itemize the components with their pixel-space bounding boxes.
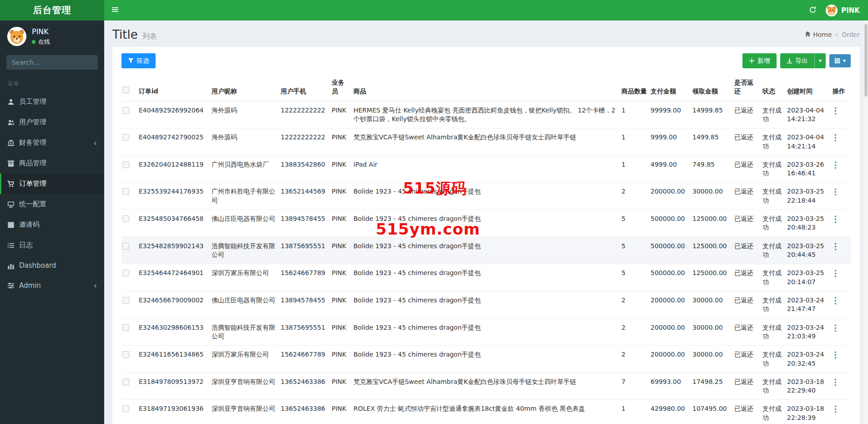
columns-view-button[interactable]: ▾ — [829, 54, 851, 67]
row-actions-icon[interactable] — [833, 215, 838, 224]
cell-nickname: 深圳万家乐有限公司 — [212, 264, 281, 291]
cell-quantity: 7 — [621, 373, 651, 400]
row-actions-icon[interactable] — [833, 160, 838, 170]
cell-returned: 已返还 — [734, 400, 762, 424]
sidebar-item-label: 商品管理 — [19, 159, 97, 168]
sidebar-item-dashboard[interactable]: Dashboard — [0, 255, 104, 276]
row-checkbox-cell — [121, 210, 139, 237]
sidebar-item-logs[interactable]: 日志 — [0, 235, 104, 255]
sidebar: 后台管理 PINK 在线 菜单 员工管理用户管理财务管理‹商品管理订单管理统一配… — [0, 0, 104, 424]
cell-status: 支付成功 — [762, 318, 787, 346]
add-button[interactable]: 新增 — [742, 53, 777, 68]
row-actions-icon[interactable] — [833, 404, 838, 414]
row-actions-icon[interactable] — [833, 296, 838, 306]
app-root: 后台管理 PINK 在线 菜单 员工管理用户管理财务管理‹商品管理订单管理统一配… — [0, 0, 868, 424]
refresh-button[interactable] — [809, 6, 817, 15]
cell-nickname: 浩腾智能科技开发有限公司 — [212, 237, 281, 264]
scrollbar-thumb[interactable] — [864, 24, 868, 97]
cell-salesperson: PINK — [332, 264, 353, 291]
cell-returned: 已返还 — [734, 373, 762, 400]
column-header-receive_amount: 领取金额 — [692, 75, 734, 101]
row-checkbox-cell — [121, 237, 139, 264]
sidebar-item-label: 员工管理 — [19, 97, 97, 106]
cell-product: iPad Air — [353, 155, 621, 183]
row-actions-icon[interactable] — [833, 106, 838, 116]
breadcrumb-home-link[interactable]: Home — [805, 31, 832, 38]
caret-down-icon: ▾ — [843, 58, 846, 63]
row-checkbox[interactable] — [122, 324, 129, 331]
row-checkbox[interactable] — [122, 351, 129, 358]
row-actions-icon[interactable] — [833, 269, 838, 278]
sidebar-toggle-button[interactable] — [104, 0, 126, 20]
cell-returned: 已返还 — [734, 210, 762, 237]
row-checkbox[interactable] — [122, 378, 129, 385]
cell-receive_amount: 1499.85 — [692, 128, 734, 156]
sidebar-item-goods[interactable]: 商品管理 — [0, 153, 104, 174]
sidebar-item-finance[interactable]: 财务管理‹ — [0, 133, 104, 153]
app-brand[interactable]: 后台管理 — [0, 0, 104, 20]
row-checkbox[interactable] — [122, 134, 129, 141]
chevron-left-icon: ‹ — [94, 281, 97, 290]
sidebar-item-users[interactable]: 用户管理 — [0, 112, 104, 133]
sidebar-item-orders[interactable]: 订单管理 — [0, 174, 104, 194]
row-actions-icon[interactable] — [833, 378, 838, 387]
export-dropdown-toggle[interactable]: ▾ — [814, 53, 826, 68]
sidebar-item-admin[interactable]: Admin‹ — [0, 276, 104, 296]
sidebar-item-employees[interactable]: 员工管理 — [0, 92, 104, 112]
cell-order_id: E325485034766458 — [139, 210, 212, 237]
row-checkbox[interactable] — [122, 405, 129, 412]
breadcrumb-home-label: Home — [813, 31, 832, 38]
row-checkbox[interactable] — [122, 188, 129, 195]
cell-order_id: E324611656134865 — [139, 346, 212, 373]
cell-pay_amount: 99999.00 — [651, 101, 692, 128]
cell-salesperson: PINK — [332, 155, 353, 183]
cell-product: 梵克雅宝VCA手链Sweet Alhambra黄K金配白色珍珠贝母手链女士四叶草… — [353, 128, 621, 156]
cell-quantity: 1 — [621, 400, 651, 424]
home-icon — [805, 31, 811, 38]
page-subtitle: 列表 — [142, 32, 157, 41]
search-button[interactable] — [96, 55, 98, 70]
topbar-user-menu[interactable]: PINK — [826, 5, 860, 16]
row-actions-icon[interactable] — [833, 350, 838, 360]
cell-action — [833, 264, 851, 291]
cell-quantity: 5 — [621, 237, 651, 264]
row-actions-icon[interactable] — [833, 187, 838, 197]
search-input[interactable] — [6, 55, 96, 70]
caret-down-icon: ▾ — [819, 58, 822, 63]
sidebar-item-invite[interactable]: 邀请码 — [0, 215, 104, 235]
chevron-left-icon: ‹ — [94, 139, 97, 147]
row-checkbox[interactable] — [122, 107, 129, 114]
sidebar-item-config[interactable]: 统一配置 — [0, 194, 104, 215]
row-checkbox-cell — [121, 400, 139, 424]
row-checkbox[interactable] — [122, 270, 129, 276]
row-checkbox[interactable] — [122, 243, 129, 250]
row-actions-icon[interactable] — [833, 133, 838, 143]
cell-salesperson: PINK — [332, 128, 353, 156]
cell-action — [833, 101, 851, 128]
cell-quantity: 1 — [621, 155, 651, 183]
cell-phone: 15624667789 — [281, 346, 332, 373]
table-header-row: 订单id用户昵称用户手机业务员商品商品数量支付金额领取金额是否返还状态创建时间操… — [121, 75, 851, 101]
select-all-checkbox[interactable] — [122, 87, 129, 93]
filter-button[interactable]: 筛选 — [121, 53, 156, 68]
sidebar-menu: 员工管理用户管理财务管理‹商品管理订单管理统一配置邀请码日志DashboardA… — [0, 92, 104, 296]
row-checkbox[interactable] — [122, 297, 129, 304]
export-button[interactable]: 导出 — [780, 53, 814, 68]
column-header-status: 状态 — [762, 75, 787, 101]
sidebar-user-panel: PINK 在线 — [0, 20, 104, 51]
cell-status: 支付成功 — [762, 183, 787, 210]
user-avatar — [7, 27, 26, 46]
cell-pay_amount: 4999.00 — [651, 155, 692, 183]
export-button-label: 导出 — [795, 57, 808, 65]
topbar: PINK — [104, 0, 868, 20]
cell-quantity: 1 — [621, 101, 651, 128]
cell-salesperson: PINK — [332, 210, 353, 237]
cell-created_at: 2023-03-26 16:46:41 — [787, 155, 833, 183]
row-checkbox[interactable] — [122, 161, 129, 168]
cell-salesperson: PINK — [332, 237, 353, 264]
row-actions-icon[interactable] — [833, 323, 838, 333]
row-actions-icon[interactable] — [833, 242, 838, 251]
cell-order_id: E325482859902143 — [139, 237, 212, 264]
cell-returned: 已返还 — [734, 237, 762, 264]
row-checkbox[interactable] — [122, 215, 129, 222]
